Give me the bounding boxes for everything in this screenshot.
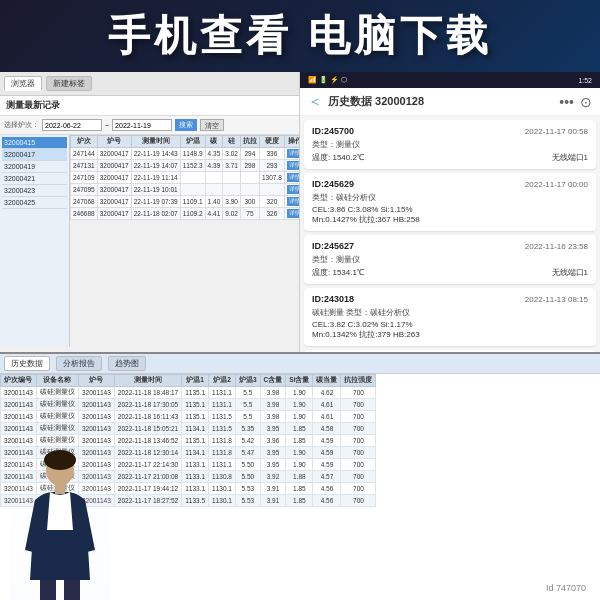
tree-item[interactable]: 32000421	[2, 173, 67, 185]
card-mn: Mn:0.1342% 抗拉:379 HB:263	[312, 329, 588, 340]
table-row: 247109 32000417 22-11-19 11:14 1307.8 详情	[71, 172, 300, 184]
table-row: 247068 32000417 22-11-19 07:39 1109.1 1.…	[71, 196, 300, 208]
mobile-nav-bar: ＜ 历史数据 32000128 ••• ⊙	[300, 88, 600, 116]
card-cel: CEL:3.82 C:3.02% Si:1.17%	[312, 320, 588, 329]
mobile-nav-title: 历史数据 32000128	[328, 94, 553, 109]
tree-item[interactable]: 32000419	[2, 161, 67, 173]
tab2[interactable]: 新建标签	[46, 76, 92, 91]
table-row: 247144 32000417 22-11-19 14:43 1148.9 4.…	[71, 148, 300, 160]
id-watermark: Id 747070	[542, 582, 590, 594]
back-button[interactable]: ＜	[308, 93, 322, 111]
detail-button[interactable]: 详情	[287, 149, 299, 158]
card-id: ID:245627	[312, 241, 354, 251]
card-id: ID:243018	[312, 294, 354, 304]
bottom-tab-analysis[interactable]: 分析报告	[56, 356, 102, 371]
svg-rect-3	[40, 580, 56, 600]
bth-c: C含量	[260, 375, 286, 387]
bth-furnace: 炉号	[78, 375, 114, 387]
tree-item[interactable]: 32000415	[2, 137, 67, 149]
mobile-card: ID:243018 2022-11-13 08:15 碳硅测量 类型：碳硅分析仪…	[304, 288, 596, 346]
bth-ks: 抗拉强度	[341, 375, 376, 387]
th-ks: 抗拉	[240, 136, 259, 148]
banner-title: 手机查看 电脑下载	[108, 8, 492, 64]
card-temp: 温度: 1540.2℃	[312, 152, 364, 163]
bth-t3: 炉温3	[235, 375, 260, 387]
detail-button[interactable]: 详情	[287, 161, 299, 170]
table-row: 32001143 碳硅测量仪 32001143 2022-11-18 18:48…	[1, 387, 376, 399]
th-c: 碳	[205, 136, 223, 148]
person-decoration	[10, 440, 110, 600]
search-button[interactable]: 搜索	[175, 119, 197, 131]
bth-time: 测量时间	[114, 375, 181, 387]
filter-label1: 选择炉次：	[4, 120, 39, 130]
filter-date-from[interactable]	[42, 119, 102, 131]
bth-t1: 炉温1	[182, 375, 209, 387]
th-lunci: 炉次	[71, 136, 98, 148]
data-table-wrap: 炉次 炉号 测量时间 炉温 碳 硅 抗拉 硬度 操作	[70, 135, 299, 347]
th-shijian: 测量时间	[131, 136, 180, 148]
tree-item[interactable]: 32000423	[2, 185, 67, 197]
card-type: 碳硅测量 类型：碳硅分析仪	[312, 307, 588, 318]
th-si: 硅	[223, 136, 241, 148]
bth-device: 设备名称	[36, 375, 78, 387]
card-date: 2022-11-17 00:00	[525, 180, 588, 189]
table-row: 32001143 碳硅测量仪 32001143 2022-11-18 15:05…	[1, 423, 376, 435]
tree-item[interactable]: 32000417	[2, 149, 67, 161]
bth-si: Si含量	[286, 375, 313, 387]
detail-button[interactable]: 详情	[287, 185, 299, 194]
more-options-button[interactable]: •••	[559, 94, 574, 110]
filter-date-to[interactable]	[112, 119, 172, 131]
mobile-card: ID:245700 2022-11-17 00:58 类型：测量仪 温度: 15…	[304, 120, 596, 169]
card-port: 无线端口1	[552, 267, 588, 278]
th-op: 操作	[284, 136, 299, 148]
main-content: 浏览器 新建标签 测量最新记录 选择炉次： ~ 搜索 清空 32000415 3…	[0, 72, 600, 600]
detail-button[interactable]: 详情	[287, 197, 299, 206]
bottom-tab-trend[interactable]: 趋势图	[108, 356, 146, 371]
filter-separator: ~	[105, 122, 109, 129]
card-id: ID:245629	[312, 179, 354, 189]
bottom-panel: 历史数据 分析报告 趋势图 炉次编号 设备名称 炉号 测量时间 炉温1 炉温2 …	[0, 352, 600, 600]
card-temp: 温度: 1534.1℃	[312, 267, 364, 278]
mobile-scroll[interactable]: ID:245700 2022-11-17 00:58 类型：测量仪 温度: 15…	[300, 116, 600, 352]
mobile-card: ID:245627 2022-11-16 23:58 类型：测量仪 温度: 15…	[304, 235, 596, 284]
tree-item[interactable]: 32000425	[2, 197, 67, 209]
mobile-card: ID:245629 2022-11-17 00:00 类型：碳硅分析仪 CEL:…	[304, 173, 596, 231]
card-date: 2022-11-16 23:58	[525, 242, 588, 251]
bottom-tab-history[interactable]: 历史数据	[4, 356, 50, 371]
clear-button[interactable]: 清空	[200, 119, 224, 131]
th-wendu: 炉温	[180, 136, 205, 148]
detail-button[interactable]: 详情	[287, 173, 299, 182]
mobile-time: 1:52	[578, 77, 592, 84]
card-id: ID:245700	[312, 126, 354, 136]
card-cel: CEL:3.86 C:3.08% Si:1.15%	[312, 205, 588, 214]
card-port: 无线端口1	[552, 152, 588, 163]
bottom-header: 历史数据 分析报告 趋势图	[0, 354, 600, 374]
data-table: 炉次 炉号 测量时间 炉温 碳 硅 抗拉 硬度 操作	[70, 135, 299, 220]
top-banner: 手机查看 电脑下载	[0, 0, 600, 72]
card-mn: Mn:0.1427% 抗拉:367 HB:258	[312, 214, 588, 225]
top-panels: 浏览器 新建标签 测量最新记录 选择炉次： ~ 搜索 清空 32000415 3…	[0, 72, 600, 352]
th-luhao: 炉号	[97, 136, 131, 148]
table-row: 246688 32000417 22-11-18 02:07 1109.2 4.…	[71, 208, 300, 220]
left-sidebar: 32000415 32000417 32000419 32000421 3200…	[0, 135, 299, 347]
card-date: 2022-11-17 00:58	[525, 127, 588, 136]
card-type: 类型：测量仪	[312, 139, 588, 150]
tree-panel: 32000415 32000417 32000419 32000421 3200…	[0, 135, 70, 347]
bth-cel: 碳当量	[313, 375, 341, 387]
table-row: 32001143 碳硅测量仪 32001143 2022-11-18 16:11…	[1, 411, 376, 423]
card-type: 类型：测量仪	[312, 254, 588, 265]
th-hb: 硬度	[259, 136, 284, 148]
settings-button[interactable]: ⊙	[580, 94, 592, 110]
mobile-panel: 📶 🔋 ⚡ ⬡ 1:52 ＜ 历史数据 32000128 ••• ⊙ ID:24…	[300, 72, 600, 352]
svg-rect-4	[64, 580, 80, 600]
filter-row: 选择炉次： ~ 搜索 清空	[0, 116, 299, 135]
table-row: 247131 32000417 22-11-19 14:07 1152.3 4.…	[71, 160, 300, 172]
desktop-panel: 浏览器 新建标签 测量最新记录 选择炉次： ~ 搜索 清空 32000415 3…	[0, 72, 300, 352]
table-row: 247095 32000417 22-11-19 10:01 详情	[71, 184, 300, 196]
detail-button[interactable]: 详情	[287, 209, 299, 218]
card-date: 2022-11-13 08:15	[525, 295, 588, 304]
person-svg	[15, 450, 105, 600]
bth-no: 炉次编号	[1, 375, 37, 387]
tab1[interactable]: 浏览器	[4, 76, 42, 91]
mobile-status-bar: 📶 🔋 ⚡ ⬡ 1:52	[300, 72, 600, 88]
